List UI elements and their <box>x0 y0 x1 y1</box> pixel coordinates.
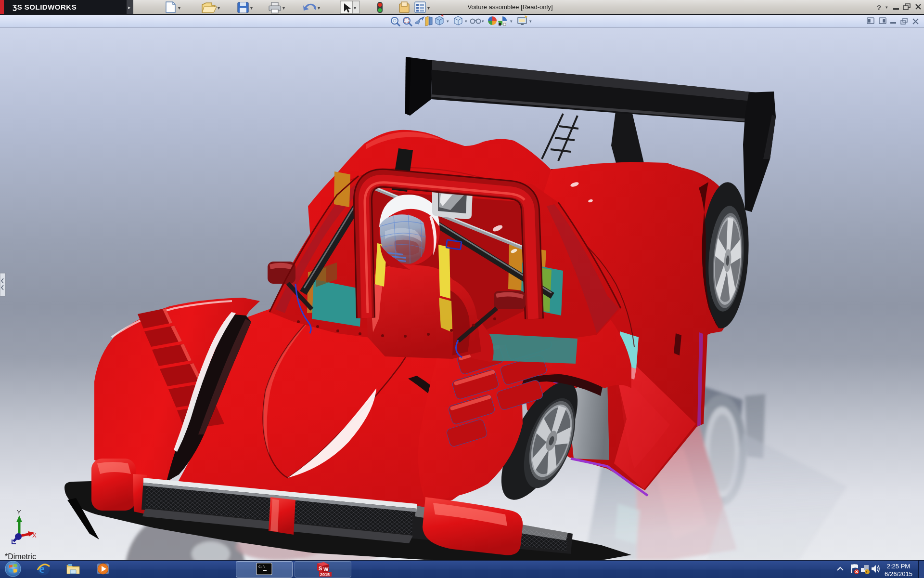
svg-text:6/26/2015: 6/26/2015 <box>885 570 912 578</box>
svg-text:Y: Y <box>17 509 21 516</box>
svg-text:▾: ▾ <box>282 5 285 11</box>
svg-text:Voiture assomblee [Read-only]: Voiture assomblee [Read-only] <box>467 3 552 11</box>
svg-text:▾: ▾ <box>318 5 320 11</box>
svg-text:▾: ▾ <box>447 19 449 24</box>
svg-text:2015: 2015 <box>320 572 330 577</box>
svg-text:e: e <box>39 562 45 576</box>
svg-text:▾: ▾ <box>427 5 430 11</box>
svg-text:2:25 PM: 2:25 PM <box>887 563 910 570</box>
svg-text:C:\: C:\ <box>258 565 266 569</box>
svg-text:▾: ▾ <box>218 5 220 11</box>
svg-text:▾: ▾ <box>354 5 356 11</box>
svg-text:▾: ▾ <box>465 19 467 24</box>
svg-text:▸: ▸ <box>128 4 131 10</box>
svg-text:?: ? <box>877 3 881 12</box>
svg-text:X: X <box>32 532 37 539</box>
svg-text:▾: ▾ <box>886 5 888 10</box>
svg-text:▾: ▾ <box>178 5 180 11</box>
svg-text:▾: ▾ <box>510 19 513 24</box>
svg-text:S: S <box>319 565 322 571</box>
svg-text:▾: ▾ <box>482 19 484 24</box>
svg-text:W: W <box>323 566 329 572</box>
svg-text:*Dimetric: *Dimetric <box>5 552 36 561</box>
svg-text:▾: ▾ <box>529 19 532 24</box>
svg-text:!: ! <box>866 570 868 574</box>
svg-text:▾: ▾ <box>250 5 253 11</box>
svg-text:ƷS SOLIDWORKS: ƷS SOLIDWORKS <box>13 3 77 11</box>
